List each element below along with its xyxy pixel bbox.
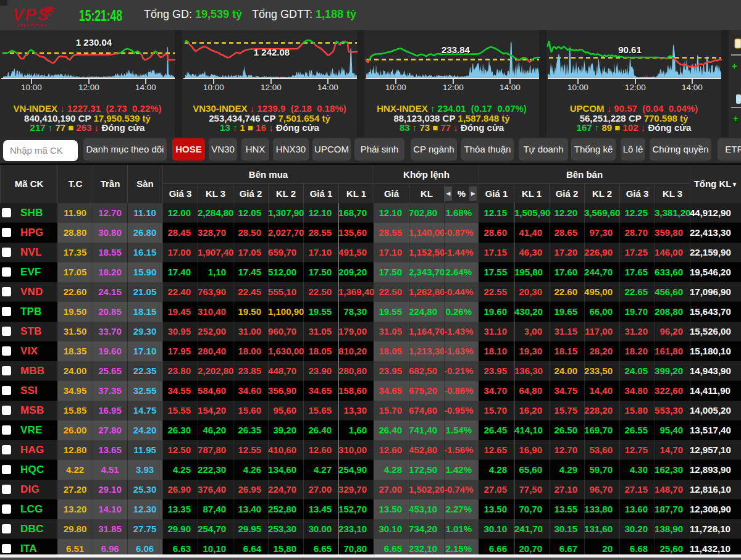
svg-text:14:00: 14:00	[682, 83, 703, 92]
svg-text:12:00: 12:00	[443, 83, 464, 92]
svg-text:233.84: 233.84	[442, 44, 471, 55]
svg-text:12:00: 12:00	[78, 83, 99, 92]
svg-text:14:00: 14:00	[317, 83, 338, 92]
svg-text:10:00: 10:00	[21, 83, 42, 92]
svg-text:90.61: 90.61	[618, 44, 642, 55]
svg-text:+: +	[732, 61, 737, 71]
svg-text:12:00: 12:00	[261, 83, 282, 92]
svg-text:SECURITIES: SECURITIES	[17, 23, 47, 27]
svg-text:+: +	[733, 113, 739, 123]
svg-text:14:00: 14:00	[135, 83, 156, 92]
svg-text:10:00: 10:00	[203, 83, 224, 92]
svg-text:1 230.04: 1 230.04	[76, 37, 112, 48]
svg-text:10:00: 10:00	[567, 83, 588, 92]
svg-text:12:00: 12:00	[625, 83, 646, 92]
svg-text:10:00: 10:00	[385, 83, 406, 92]
svg-text:1 242.08: 1 242.08	[254, 47, 290, 57]
svg-text:14:00: 14:00	[500, 83, 521, 92]
